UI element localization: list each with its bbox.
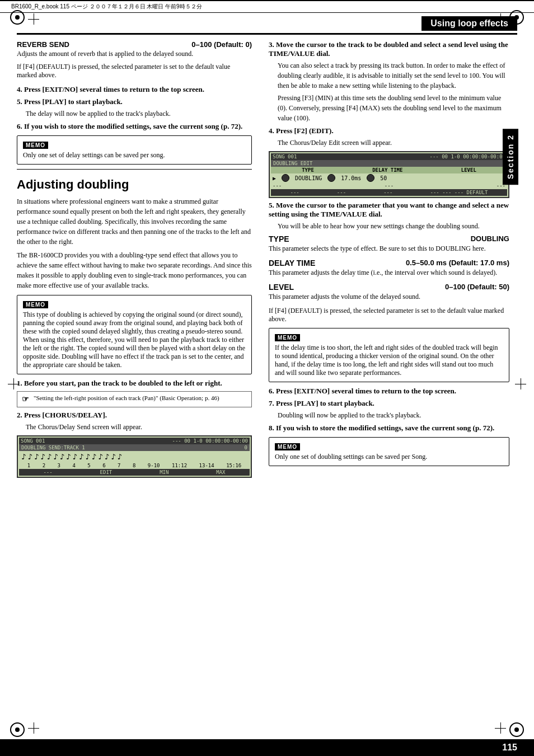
track-icon-8: ♪ — [66, 452, 71, 461]
right-step-6: 6. Press [EXIT/NO] several times to retu… — [269, 387, 509, 396]
memo-final-text: Only one set of doubling settings can be… — [275, 453, 503, 461]
s1-max: MAX — [216, 469, 225, 475]
screen1-header-left: SONG 001 — [21, 438, 45, 444]
memo-level-label: MEMO — [275, 334, 300, 341]
knob-icon-2 — [327, 174, 335, 182]
step6-num: 6. — [17, 122, 22, 130]
step5-text: Press [PLAY] to start playback. — [24, 97, 123, 106]
screen-2: SONG 001 --- 00 1-0 00:00:00-00:00 DOUBL… — [269, 151, 509, 198]
level-desc: This parameter adjusts the volume of the… — [269, 293, 509, 301]
track-icon-5: ♪ — [47, 452, 51, 461]
screen1-header-right: --- 00 1-0 00:00:00-00:00 — [172, 438, 248, 444]
doubling-intro2: The BR-1600CD provides you with a doubli… — [17, 250, 252, 290]
d-step1-num: 1. — [17, 379, 22, 387]
crosshair-br — [495, 722, 506, 734]
track-icon-4: ♪ — [40, 452, 45, 461]
doubling-step-1: 1. Before you start, pan the track to be… — [17, 379, 252, 388]
reverb-send-range: 0–100 (Default: 0) — [191, 40, 252, 49]
d-step2-body: The Chorus/Delay Send screen will appear… — [26, 422, 252, 432]
reverb-send-default-note: If [F4] (DEFAULT) is pressed, the select… — [17, 63, 252, 79]
screen1-icons-row: ♪ ♪ ♪ ♪ ♪ ♪ ♪ ♪ ♪ ♪ ♪ ♪ ♪ ♪ ♪ ♪ — [19, 451, 250, 462]
step4-num: 4. — [17, 85, 22, 93]
screen2-header-right: --- 00 1-0 00:00:00-00:00 — [430, 154, 505, 159]
r-step8-text: If you wish to store the modified settin… — [276, 424, 494, 432]
step-5-left: 5. Press [PLAY] to start playback. The d… — [17, 97, 252, 119]
track-icon-2: ♪ — [27, 452, 32, 461]
right-step-8: 8. If you wish to store the modified set… — [269, 424, 509, 433]
d-step1-text: Before you start, pan the track to be do… — [24, 379, 222, 387]
screen2-footer: ------------ --- --- DEFAULT — [271, 189, 507, 196]
screen2-header-left: SONG 001 — [273, 154, 297, 159]
knob-icon-3 — [367, 174, 374, 182]
corner-circle-br — [509, 722, 524, 737]
r-step5-num: 5. — [269, 201, 274, 209]
r-step8-num: 8. — [269, 424, 274, 432]
r-step4-body: The Chorus/Delay Edit screen will appear… — [278, 138, 509, 148]
section-divider — [17, 169, 252, 170]
adjusting-doubling-heading: Adjusting doubling — [17, 177, 252, 192]
memo-doubling-type-box: MEMO This type of doubling is achieved b… — [17, 295, 252, 374]
d-step2-num: 2. — [17, 411, 22, 419]
step6-text: If you wish to store the modified settin… — [24, 122, 242, 130]
track-icon-15: ♪ — [111, 452, 115, 461]
type-label: TYPE — [269, 234, 289, 243]
track-icon-12: ♪ — [92, 452, 96, 461]
ref-box: ☞ "Setting the left-right position of ea… — [17, 391, 252, 407]
track-icon-10: ♪ — [79, 452, 83, 461]
track-icon-3: ♪ — [34, 452, 39, 461]
track-icon-7: ♪ — [60, 452, 64, 461]
right-step-7: 7. Press [PLAY] to start playback. Doubl… — [269, 399, 509, 420]
screen-1: SONG 001 --- 00 1-0 00:00:00-00:00 DOUBL… — [17, 435, 252, 478]
screen1-footer: ---EDITMINMAX — [19, 469, 250, 476]
screen2-subheader-text: DOUBLING EDIT — [273, 161, 312, 166]
doubling-intro1: In situations where professional enginee… — [17, 196, 252, 247]
memo-delay-box: MEMO Only one set of delay settings can … — [17, 135, 252, 165]
screen2-row-icon: ▶ — [273, 175, 276, 181]
r-step3-body2: Pressing [F3] (MIN) at this time sets th… — [278, 93, 509, 123]
track-icon-1: ♪ — [21, 452, 26, 461]
screen2-data-row: ▶ DOUBLING 17.0ms 50 — [271, 173, 507, 182]
screen2-subheader: DOUBLING EDIT — [271, 160, 507, 167]
r-step3-num: 3. — [269, 40, 274, 49]
step-4-left: 4. Press [EXIT/NO] several times to retu… — [17, 85, 252, 94]
track-icon-11: ♪ — [85, 452, 90, 461]
memo-level-box: MEMO If the delay time is too short, the… — [269, 328, 509, 382]
memo-final-label: MEMO — [275, 443, 300, 450]
screen1-subheader: DOUBLING SEND:TRACK 1 0 — [19, 444, 250, 451]
level-range: 0–100 (Default: 50) — [445, 283, 509, 292]
screen2-header: SONG 001 --- 00 1-0 00:00:00-00:00 — [271, 153, 507, 160]
step5-num: 5. — [17, 97, 22, 106]
screen1-header: SONG 001 --- 00 1-0 00:00:00-00:00 — [19, 438, 250, 444]
r-step7-num: 7. — [269, 399, 274, 407]
page-number: 115 — [502, 743, 517, 753]
section-label: Section 2 — [503, 129, 518, 185]
right-step-5: 5. Move the cursor to the parameter that… — [269, 201, 509, 231]
s2-default: --- --- --- DEFAULT — [430, 190, 488, 195]
screen2-col1: TYPE — [302, 167, 314, 173]
memo-level-text: If the delay time is too short, the left… — [275, 344, 503, 377]
r-step6-num: 6. — [269, 387, 274, 395]
delay-time-label: DELAY TIME — [269, 259, 315, 267]
reverb-send-label: REVERB SEND — [17, 40, 69, 49]
track-icon-13: ♪ — [98, 452, 102, 461]
screen2-row-type: DOUBLING — [295, 175, 322, 181]
doubling-step-2: 2. Press [CHORUS/DELAY]. The Chorus/Dela… — [17, 411, 252, 432]
level-param: LEVEL 0–100 (Default: 50) This parameter… — [269, 283, 509, 301]
step4-text: Press [EXIT/NO] several times to return … — [24, 85, 204, 93]
s1-min: MIN — [160, 469, 168, 475]
knob-icon — [282, 174, 289, 182]
d-step2-text: Press [CHORUS/DELAY]. — [24, 411, 107, 419]
memo-doubling-text: This type of doubling is achieved by cop… — [23, 311, 246, 369]
reverb-send-section: REVERB SEND 0–100 (Default: 0) Adjusts t… — [17, 40, 252, 79]
r-step5-body: You will be able to hear how your new se… — [278, 221, 509, 231]
step-6-left: 6. If you wish to store the modified set… — [17, 122, 252, 131]
track-icon-9: ♪ — [73, 452, 77, 461]
track-icon-6: ♪ — [53, 452, 58, 461]
reverb-send-desc: Adjusts the amount of reverb that is app… — [17, 50, 252, 58]
memo-doubling-label: MEMO — [23, 301, 48, 308]
screen2-cols: TYPE DELAY TIME LEVEL — [271, 167, 507, 173]
crosshair-bl — [28, 722, 39, 734]
r-step3-text: Move the cursor to the track to be doubl… — [269, 40, 508, 58]
screen2-row-delay: 17.0ms — [341, 175, 361, 181]
r-step5-text: Move the cursor to the parameter that yo… — [269, 201, 509, 218]
